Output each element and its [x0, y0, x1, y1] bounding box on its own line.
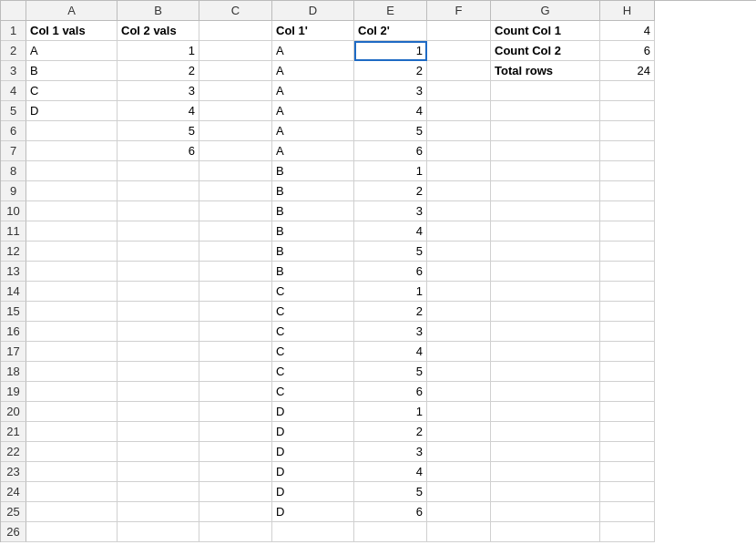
cell-A25[interactable]	[26, 502, 117, 522]
cell-B17[interactable]	[117, 342, 199, 362]
cell-A22[interactable]	[26, 442, 117, 462]
cell-C21[interactable]	[199, 422, 272, 442]
cell-B6[interactable]: 5	[117, 121, 199, 141]
cell-C2[interactable]	[199, 41, 272, 61]
cell-G25[interactable]	[491, 502, 600, 522]
cell-G1[interactable]: Count Col 1	[491, 21, 600, 41]
cell-F17[interactable]	[427, 342, 491, 362]
cell-G13[interactable]	[491, 262, 600, 282]
row-header-13[interactable]: 13	[1, 262, 26, 282]
cell-G24[interactable]	[491, 482, 600, 502]
cell-H18[interactable]	[600, 362, 655, 382]
cell-A24[interactable]	[26, 482, 117, 502]
row-header-16[interactable]: 16	[1, 322, 26, 342]
cell-B25[interactable]	[117, 502, 199, 522]
row-header-4[interactable]: 4	[1, 81, 26, 101]
cell-E23[interactable]: 4	[354, 462, 427, 482]
row-header-17[interactable]: 17	[1, 342, 26, 362]
cell-H6[interactable]	[600, 121, 655, 141]
cell-G4[interactable]	[491, 81, 600, 101]
row-header-3[interactable]: 3	[1, 61, 26, 81]
cell-F10[interactable]	[427, 201, 491, 221]
cell-H25[interactable]	[600, 502, 655, 522]
cell-A4[interactable]: C	[26, 81, 117, 101]
cell-H23[interactable]	[600, 462, 655, 482]
cell-E20[interactable]: 1	[354, 402, 427, 422]
cell-D14[interactable]: C	[272, 282, 354, 302]
cell-F3[interactable]	[427, 61, 491, 81]
cell-D18[interactable]: C	[272, 362, 354, 382]
cell-B9[interactable]	[117, 181, 199, 201]
cell-E25[interactable]: 6	[354, 502, 427, 522]
cell-G7[interactable]	[491, 141, 600, 161]
row-header-19[interactable]: 19	[1, 382, 26, 402]
cell-B10[interactable]	[117, 201, 199, 221]
cell-B11[interactable]	[117, 221, 199, 242]
cell-D15[interactable]: C	[272, 302, 354, 322]
cell-D23[interactable]: D	[272, 462, 354, 482]
cell-C4[interactable]	[199, 81, 272, 101]
cell-G20[interactable]	[491, 402, 600, 422]
cell-F21[interactable]	[427, 422, 491, 442]
cell-G6[interactable]	[491, 121, 600, 141]
cell-C3[interactable]	[199, 61, 272, 81]
cell-B16[interactable]	[117, 322, 199, 342]
cell-C16[interactable]	[199, 322, 272, 342]
cell-E21[interactable]: 2	[354, 422, 427, 442]
cell-A9[interactable]	[26, 181, 117, 201]
cell-E13[interactable]: 6	[354, 262, 427, 282]
cell-B12[interactable]	[117, 242, 199, 262]
col-header-C[interactable]: C	[199, 1, 272, 21]
cell-E12[interactable]: 5	[354, 242, 427, 262]
cell-F16[interactable]	[427, 322, 491, 342]
cell-H5[interactable]	[600, 101, 655, 121]
cell-D22[interactable]: D	[272, 442, 354, 462]
row-header-7[interactable]: 7	[1, 141, 26, 161]
cell-E2[interactable]: 1	[354, 41, 427, 61]
row-header-15[interactable]: 15	[1, 302, 26, 322]
cell-E11[interactable]: 4	[354, 221, 427, 242]
cell-H19[interactable]	[600, 382, 655, 402]
cell-H14[interactable]	[600, 282, 655, 302]
cell-B14[interactable]	[117, 282, 199, 302]
cell-F9[interactable]	[427, 181, 491, 201]
cell-F12[interactable]	[427, 242, 491, 262]
cell-G9[interactable]	[491, 181, 600, 201]
cell-G12[interactable]	[491, 242, 600, 262]
cell-G23[interactable]	[491, 462, 600, 482]
row-header-5[interactable]: 5	[1, 101, 26, 121]
cell-F22[interactable]	[427, 442, 491, 462]
cell-F26[interactable]	[427, 522, 491, 542]
cell-E10[interactable]: 3	[354, 201, 427, 221]
cell-G15[interactable]	[491, 302, 600, 322]
cell-C20[interactable]	[199, 402, 272, 422]
cell-F6[interactable]	[427, 121, 491, 141]
cell-H1[interactable]: 4	[600, 21, 655, 41]
cell-D2[interactable]: A	[272, 41, 354, 61]
col-header-H[interactable]: H	[600, 1, 655, 21]
cell-D20[interactable]: D	[272, 402, 354, 422]
cell-A15[interactable]	[26, 302, 117, 322]
cell-C9[interactable]	[199, 181, 272, 201]
cell-D4[interactable]: A	[272, 81, 354, 101]
cell-H10[interactable]	[600, 201, 655, 221]
cell-H24[interactable]	[600, 482, 655, 502]
cell-D25[interactable]: D	[272, 502, 354, 522]
cell-H8[interactable]	[600, 161, 655, 181]
cell-C18[interactable]	[199, 362, 272, 382]
cell-B23[interactable]	[117, 462, 199, 482]
cell-E24[interactable]: 5	[354, 482, 427, 502]
cell-F5[interactable]	[427, 101, 491, 121]
cell-C10[interactable]	[199, 201, 272, 221]
cell-A17[interactable]	[26, 342, 117, 362]
cell-F13[interactable]	[427, 262, 491, 282]
cell-C24[interactable]	[199, 482, 272, 502]
row-header-21[interactable]: 21	[1, 422, 26, 442]
cell-A5[interactable]: D	[26, 101, 117, 121]
cell-B7[interactable]: 6	[117, 141, 199, 161]
cell-D13[interactable]: B	[272, 262, 354, 282]
cell-G2[interactable]: Count Col 2	[491, 41, 600, 61]
cell-E17[interactable]: 4	[354, 342, 427, 362]
cell-D16[interactable]: C	[272, 322, 354, 342]
cell-E15[interactable]: 2	[354, 302, 427, 322]
